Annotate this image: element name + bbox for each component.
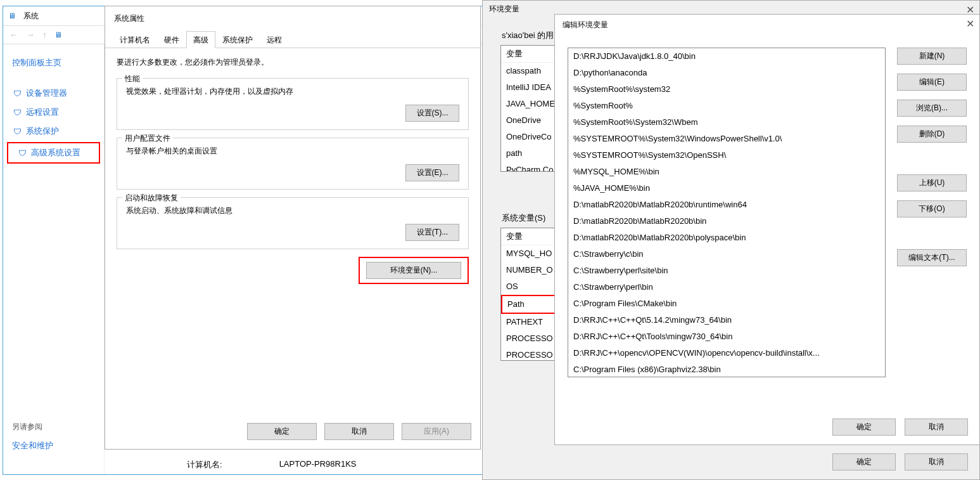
sidebar-item-advanced-settings[interactable]: 🛡高级系统设置 xyxy=(7,142,100,164)
editenv-title: 编辑环境变量 xyxy=(563,20,608,30)
admin-note: 要进行大多数更改，您必须作为管理员登录。 xyxy=(105,48,480,70)
sysprops-titlebar[interactable]: 系统属性 xyxy=(105,6,480,30)
tab-hardware[interactable]: 硬件 xyxy=(157,31,186,48)
sysprops-cancel-button[interactable]: 取消 xyxy=(324,423,394,440)
path-entry[interactable]: D:\python\anaconda xyxy=(568,65,885,81)
path-entry[interactable]: D:\RRJ\C++\C++Qt\5.14.2\mingw73_64\bin xyxy=(568,312,885,328)
sysprops-tabs: 计算机名 硬件 高级 系统保护 远程 xyxy=(105,30,480,48)
profile-legend: 用户配置文件 xyxy=(122,133,173,144)
path-entry[interactable]: %JAVA_HOME%\bin xyxy=(568,180,885,197)
see-also-label: 另请参阅 xyxy=(3,418,105,436)
edit-button[interactable]: 编辑(E) xyxy=(897,74,967,91)
env-cancel-button[interactable]: 取消 xyxy=(905,453,968,470)
performance-group: 性能 视觉效果，处理器计划，内存使用，以及虚拟内存 设置(S)... xyxy=(117,78,469,130)
path-entry[interactable]: %SystemRoot%\system32 xyxy=(568,81,885,98)
computer-name-value: LAPTOP-PR98R1KS xyxy=(279,459,357,470)
editenv-cancel-button[interactable]: 取消 xyxy=(905,418,968,436)
editenv-titlebar[interactable]: 编辑环境变量 ✕ xyxy=(555,15,979,35)
browse-button[interactable]: 浏览(B)... xyxy=(897,100,967,117)
shield-icon: 🛡 xyxy=(12,108,22,117)
startup-group: 启动和故障恢复 系统启动、系统故障和调试信息 设置(T)... xyxy=(117,197,469,249)
sidebar-item-label: 设备管理器 xyxy=(26,88,67,99)
sysprops-apply-button[interactable]: 应用(A) xyxy=(402,423,471,440)
env-vars-button[interactable]: 环境变量(N)... xyxy=(366,262,461,279)
sidebar-item-protection[interactable]: 🛡系统保护 xyxy=(3,122,104,141)
system-title: 系统 xyxy=(23,11,39,22)
env-ok-button[interactable]: 确定 xyxy=(832,453,896,470)
path-entry[interactable]: %MYSQL_HOME%\bin xyxy=(568,164,885,180)
control-panel-home-link[interactable]: 控制面板主页 xyxy=(3,53,104,72)
monitor-icon: 🖥 xyxy=(8,11,20,20)
perf-legend: 性能 xyxy=(122,74,143,84)
startup-desc: 系统启动、系统故障和调试信息 xyxy=(126,205,459,216)
tab-remote[interactable]: 远程 xyxy=(260,31,289,48)
delete-button[interactable]: 删除(D) xyxy=(897,126,967,143)
path-entry[interactable]: D:\matlabR2020b\MatlabR2020b\polyspace\b… xyxy=(568,230,885,246)
profile-settings-button[interactable]: 设置(E)... xyxy=(405,164,459,181)
path-entry[interactable]: D:\RRJ\JDK\Java\jdk1.8.0_40\bin xyxy=(568,48,885,65)
system-properties-dialog: 系统属性 计算机名 硬件 高级 系统保护 远程 要进行大多数更改，您必须作为管理… xyxy=(105,6,481,450)
security-maintenance-link[interactable]: 安全和维护 xyxy=(3,436,105,455)
close-icon[interactable]: ✕ xyxy=(966,18,974,30)
nav-back-icon[interactable]: ← xyxy=(10,30,18,40)
sidebar-item-label: 高级系统设置 xyxy=(31,147,80,159)
path-entry[interactable]: %SYSTEMROOT%\System32\OpenSSH\ xyxy=(568,147,885,164)
edit-buttons-column: 新建(N) 编辑(E) 浏览(B)... 删除(D) 上移(U) 下移(O) 编… xyxy=(897,48,967,401)
nav-fwd-icon[interactable]: → xyxy=(26,30,35,40)
path-entry[interactable]: %SystemRoot%\System32\Wbem xyxy=(568,114,885,131)
profile-group: 用户配置文件 与登录帐户相关的桌面设置 设置(E)... xyxy=(117,138,469,190)
path-entry[interactable]: D:\matlabR2020b\MatlabR2020b\bin xyxy=(568,213,885,230)
new-button[interactable]: 新建(N) xyxy=(897,48,967,65)
sidebar-item-device-manager[interactable]: 🛡设备管理器 xyxy=(3,84,104,103)
env-title: 环境变量 xyxy=(489,4,519,15)
shield-icon: 🛡 xyxy=(12,127,22,136)
sysprops-ok-button[interactable]: 确定 xyxy=(247,423,317,440)
nav-up-icon[interactable]: ↑ xyxy=(42,30,47,40)
sidebar: 控制面板主页 🛡设备管理器 🛡远程设置 🛡系统保护 🛡高级系统设置 另请参阅 安… xyxy=(3,44,105,474)
path-entry[interactable]: D:\RRJ\C++\opencv\OPENCV(WIN)\opencv\ope… xyxy=(568,345,885,361)
move-down-button[interactable]: 下移(O) xyxy=(897,200,967,217)
startup-settings-button[interactable]: 设置(T)... xyxy=(405,224,459,241)
editenv-ok-button[interactable]: 确定 xyxy=(832,418,896,436)
perf-desc: 视觉效果，处理器计划，内存使用，以及虚拟内存 xyxy=(126,86,459,97)
path-list[interactable]: D:\RRJ\JDK\Java\jdk1.8.0_40\binD:\python… xyxy=(568,48,886,377)
tab-advanced[interactable]: 高级 xyxy=(186,31,215,48)
tab-protection[interactable]: 系统保护 xyxy=(215,31,260,48)
path-entry[interactable]: C:\Program Files (x86)\Graphviz2.38\bin xyxy=(568,361,885,377)
path-entry[interactable]: D:\matlabR2020b\MatlabR2020b\runtime\win… xyxy=(568,197,885,213)
edit-text-button[interactable]: 编辑文本(T)... xyxy=(897,249,967,266)
path-entry[interactable]: C:\Program Files\CMake\bin xyxy=(568,295,885,312)
startup-legend: 启动和故障恢复 xyxy=(122,193,181,204)
edit-env-dialog: 编辑环境变量 ✕ D:\RRJ\JDK\Java\jdk1.8.0_40\bin… xyxy=(554,14,980,445)
sysprops-title: 系统属性 xyxy=(114,13,144,24)
shield-icon: 🛡 xyxy=(12,89,22,98)
tab-computer-name[interactable]: 计算机名 xyxy=(113,31,157,48)
path-entry[interactable]: %SystemRoot% xyxy=(568,98,885,114)
perf-settings-button[interactable]: 设置(S)... xyxy=(405,105,459,122)
path-entry[interactable]: D:\RRJ\C++\C++Qt\Tools\mingw730_64\bin xyxy=(568,328,885,345)
profile-desc: 与登录帐户相关的桌面设置 xyxy=(126,146,459,157)
monitor-icon: 🖥 xyxy=(54,30,66,39)
sidebar-item-label: 系统保护 xyxy=(26,126,59,137)
computer-name-label: 计算机名: xyxy=(187,459,222,470)
path-entry[interactable]: %SYSTEMROOT%\System32\WindowsPowerShell\… xyxy=(568,131,885,147)
path-entry[interactable]: C:\Strawberry\perl\bin xyxy=(568,279,885,295)
shield-icon: 🛡 xyxy=(17,148,27,158)
path-entry[interactable]: C:\Strawberry\perl\site\bin xyxy=(568,263,885,279)
sidebar-item-label: 远程设置 xyxy=(26,107,59,118)
sidebar-item-remote[interactable]: 🛡远程设置 xyxy=(3,103,104,122)
move-up-button[interactable]: 上移(U) xyxy=(897,174,967,191)
path-entry[interactable]: C:\Strawberry\c\bin xyxy=(568,246,885,263)
